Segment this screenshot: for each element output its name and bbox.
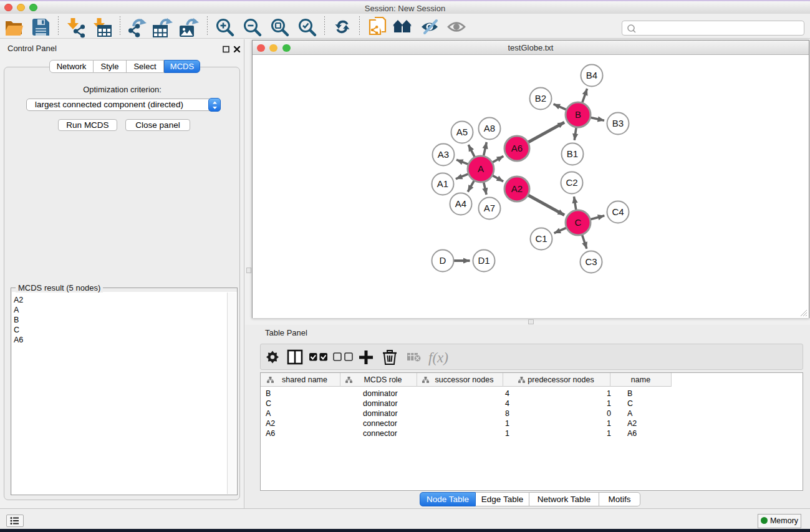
svg-text:D: D xyxy=(440,255,446,266)
svg-text:A2: A2 xyxy=(511,183,523,194)
svg-text:C2: C2 xyxy=(566,177,577,188)
svg-text:A1: A1 xyxy=(437,178,448,189)
svg-text:C4: C4 xyxy=(612,206,624,217)
svg-text:B1: B1 xyxy=(567,148,578,159)
svg-text:B3: B3 xyxy=(612,118,624,128)
svg-text:A4: A4 xyxy=(455,198,466,209)
svg-text:B2: B2 xyxy=(535,93,546,104)
svg-text:A3: A3 xyxy=(438,149,449,160)
svg-text:A8: A8 xyxy=(484,123,495,133)
svg-text:A7: A7 xyxy=(484,203,495,213)
svg-text:B: B xyxy=(575,109,581,120)
svg-text:A6: A6 xyxy=(511,143,523,153)
svg-text:A: A xyxy=(478,163,484,174)
svg-text:C: C xyxy=(575,217,582,228)
svg-text:f(x): f(x) xyxy=(428,350,448,365)
svg-text:C1: C1 xyxy=(535,233,547,244)
svg-text:D1: D1 xyxy=(478,255,489,266)
svg-text:A5: A5 xyxy=(456,127,468,137)
svg-text:C3: C3 xyxy=(585,256,597,267)
svg-text:B4: B4 xyxy=(586,70,597,80)
